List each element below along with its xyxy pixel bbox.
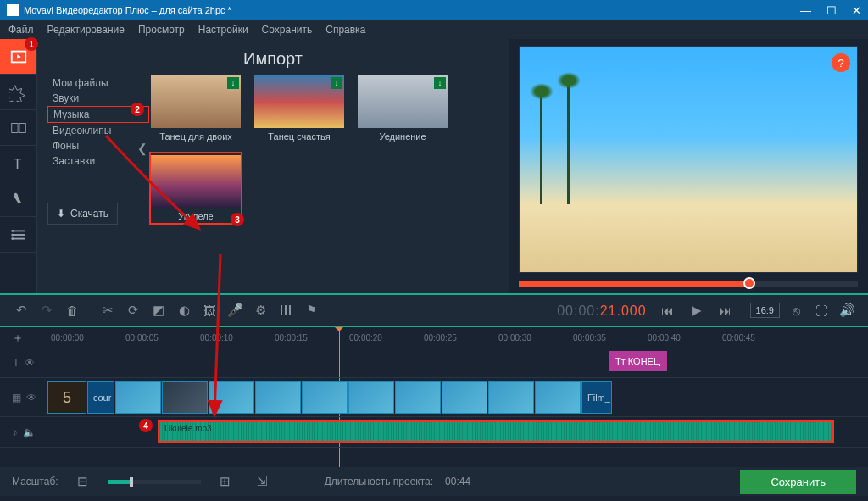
undo-button[interactable]: ↶ (9, 298, 33, 322)
progress-handle[interactable] (743, 277, 755, 289)
sidebar-item-intros[interactable]: Заставки (47, 153, 149, 169)
delete-button[interactable]: 🗑 (60, 298, 84, 322)
fit-button[interactable]: ⇲ (251, 470, 275, 493)
svg-rect-13 (289, 305, 291, 315)
aspect-ratio[interactable]: 16:9 (750, 303, 780, 318)
transition-clip[interactable] (162, 381, 208, 414)
thumb-ukulele[interactable]: Укулеле 3 (149, 152, 242, 225)
picture-button[interactable]: 🖼 (198, 298, 221, 322)
svg-point-9 (11, 233, 14, 236)
next-frame-button[interactable]: ⏭ (714, 298, 737, 322)
countdown-clip[interactable]: 5 (47, 381, 86, 414)
menubar: Файл Редактирование Просмотр Настройки С… (0, 20, 868, 39)
download-badge-icon: ↓ (331, 77, 342, 89)
rotate-button[interactable]: ⟳ (121, 298, 145, 322)
callout-1: 1 (25, 37, 38, 51)
menu-view[interactable]: Просмотр (138, 24, 185, 36)
titles-tool[interactable]: T (0, 146, 36, 181)
download-icon: ⬇ (57, 208, 65, 220)
thumb-dance-for-two[interactable]: ↓ Танец для двоих (149, 75, 242, 142)
marker-button[interactable]: ⚑ (299, 298, 323, 322)
timeline-ruler[interactable]: ＋ 00:00:00 00:00:05 00:00:10 00:00:15 00… (0, 327, 868, 348)
prev-page-button[interactable]: ❮ (137, 142, 147, 155)
video-clip[interactable] (395, 381, 441, 414)
thumb-label: Танец для двоих (159, 131, 232, 142)
audio-clip-ukulele[interactable]: Ukulele.mp3 (158, 420, 834, 443)
volume-button[interactable]: 🔊 (835, 298, 859, 322)
save-button[interactable]: Сохранить (740, 470, 856, 494)
equalizer-button[interactable] (274, 298, 298, 322)
export-frame-button[interactable]: ⎋ (784, 298, 808, 322)
zoom-in-button[interactable]: ⊞ (214, 470, 237, 493)
minimize-button[interactable]: — (800, 4, 811, 17)
preview-progress[interactable] (519, 281, 858, 287)
menu-save[interactable]: Сохранить (262, 24, 313, 36)
svg-rect-2 (11, 123, 17, 132)
video-clip[interactable] (535, 381, 581, 414)
download-button[interactable]: ⬇ Скачать (47, 203, 118, 225)
editor-toolbar: ↶ ↷ 🗑 ✂ ⟳ ◩ ◐ 🖼 🎤 ⚙ ⚑ 00:00:21.000 ⏮ ▶ ⏭… (0, 293, 868, 327)
download-label: Скачать (70, 208, 108, 220)
text-track[interactable]: T👁 Тт КОНЕЦ (0, 348, 868, 378)
svg-point-8 (11, 230, 14, 232)
ruler-tick: 00:00:30 (498, 333, 531, 342)
audio-clip-label: Ukulele.mp3 (164, 424, 212, 433)
stickers-tool[interactable] (0, 181, 36, 217)
cut-button[interactable]: ✂ (96, 298, 120, 322)
svg-point-10 (11, 237, 14, 240)
sidebar-item-myfiles[interactable]: Мои файлы (47, 75, 149, 91)
duration-value: 00:44 (445, 476, 470, 487)
filters-tool[interactable] (0, 75, 36, 110)
video-clip-end[interactable]: Film_ (581, 381, 612, 414)
thumb-solitude[interactable]: ↓ Уединение (356, 75, 449, 142)
menu-help[interactable]: Справка (326, 24, 365, 36)
menu-file[interactable]: Файл (8, 24, 34, 36)
svg-rect-3 (19, 123, 25, 132)
more-tool[interactable] (0, 217, 36, 253)
mic-button[interactable]: 🎤 (223, 298, 247, 322)
video-clip[interactable] (255, 381, 301, 414)
zoom-slider[interactable] (108, 480, 201, 484)
video-clip[interactable] (302, 381, 348, 414)
visibility-icon[interactable]: 👁 (25, 357, 35, 369)
maximize-button[interactable]: ☐ (826, 4, 837, 17)
video-clip[interactable] (209, 381, 254, 414)
menu-edit[interactable]: Редактирование (47, 24, 125, 36)
redo-button[interactable]: ↷ (35, 298, 58, 322)
video-clips[interactable]: 5 cour Film_ (47, 381, 868, 414)
prev-frame-button[interactable]: ⏮ (656, 298, 680, 322)
menu-settings[interactable]: Настройки (198, 24, 248, 36)
crop-button[interactable]: ◩ (147, 298, 170, 322)
close-button[interactable]: ✕ (852, 4, 861, 17)
sidebar-item-backgrounds[interactable]: Фоны (47, 138, 149, 153)
zoom-out-button[interactable]: ⊟ (71, 470, 95, 493)
video-clip[interactable] (348, 381, 394, 414)
mute-icon[interactable]: 🔈 (23, 426, 36, 438)
fullscreen-button[interactable]: ⛶ (810, 298, 833, 322)
ruler-tick: 00:00:35 (573, 333, 606, 342)
play-button[interactable]: ▶ (685, 298, 709, 322)
callout-4: 4 (139, 419, 153, 432)
text-clip-end[interactable]: Тт КОНЕЦ (609, 351, 667, 371)
svg-text:T: T (13, 155, 21, 170)
settings-button[interactable]: ⚙ (248, 298, 272, 322)
statusbar: Масштаб: ⊟ ⊞ ⇲ Длительность проекта: 00:… (0, 467, 868, 496)
video-clip-start[interactable]: cour (87, 381, 114, 414)
visibility-icon[interactable]: 👁 (26, 392, 36, 404)
video-clip[interactable] (488, 381, 534, 414)
preview-viewport[interactable]: ? (519, 46, 858, 273)
add-track-button[interactable]: ＋ (12, 331, 24, 346)
audio-track[interactable]: ♪🔈 4 Ukulele.mp3 (0, 417, 868, 448)
text-track-icon: T (13, 357, 19, 369)
transitions-tool[interactable] (0, 110, 36, 146)
thumb-dance-happiness[interactable]: ↓ Танец счастья (253, 75, 346, 142)
sidebar-item-videoclips[interactable]: Видеоклипы (47, 123, 149, 138)
import-tool[interactable]: 1 (0, 39, 36, 75)
video-clip[interactable] (442, 381, 487, 414)
color-button[interactable]: ◐ (172, 298, 196, 322)
help-button[interactable]: ? (832, 53, 850, 72)
window-title: Movavi Видеоредактор Плюс – для сайта 2h… (24, 5, 800, 15)
ruler-tick: 00:00:00 (51, 333, 84, 342)
video-clip[interactable] (115, 381, 161, 414)
video-track[interactable]: ▦👁 5 cour Film_ (0, 378, 868, 417)
